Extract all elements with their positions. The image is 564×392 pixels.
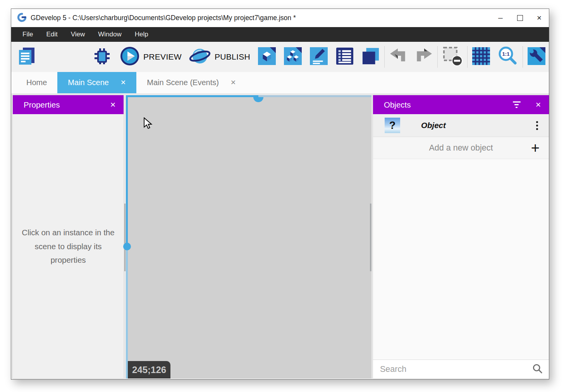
search-input[interactable]: [379, 364, 532, 375]
tab-main-scene-events[interactable]: Main Scene (Events) ✕: [136, 72, 246, 93]
minimize-icon: ─: [498, 15, 502, 22]
close-icon: ✕: [536, 14, 542, 22]
redo-arrow-icon: [415, 48, 433, 65]
object-name: Object: [421, 121, 446, 130]
properties-title: Properties: [24, 100, 60, 110]
tab-close-icon[interactable]: ✕: [120, 79, 126, 87]
mouse-cursor-icon: [143, 117, 153, 131]
publish-button[interactable]: PUBLISH: [189, 46, 250, 68]
publish-label: PUBLISH: [215, 52, 250, 62]
events-sheet-button[interactable]: [336, 47, 354, 67]
pencil-icon: [310, 47, 328, 67]
project-manager-button[interactable]: [17, 47, 36, 67]
search-icon[interactable]: [532, 363, 543, 375]
panel-divider-left-faded[interactable]: [126, 246, 128, 378]
kebab-menu-icon[interactable]: [535, 120, 540, 132]
edit-events-button[interactable]: [310, 47, 328, 67]
redo-button[interactable]: [415, 48, 433, 65]
toolbar-separator: [384, 46, 385, 68]
preview-label: PREVIEW: [143, 52, 182, 62]
scene-properties-button[interactable]: [528, 47, 545, 67]
add-object-label: Add a new object: [429, 143, 493, 153]
menubar: File Edit View Window Help: [11, 27, 549, 42]
zoom-1-1-icon: 1:1: [498, 46, 518, 68]
menu-item-edit[interactable]: Edit: [40, 27, 64, 42]
tab-main-scene[interactable]: Main Scene ✕: [57, 72, 136, 93]
resize-handle-left[interactable]: [123, 243, 131, 250]
toolbar-separator: [467, 46, 468, 68]
grid-button[interactable]: [472, 47, 490, 67]
properties-header: Properties ✕: [13, 95, 124, 114]
debug-button[interactable]: [93, 47, 111, 67]
minimize-button[interactable]: ─: [491, 9, 510, 27]
menu-item-help[interactable]: Help: [128, 27, 155, 42]
preview-button[interactable]: PREVIEW: [120, 46, 182, 68]
tab-close-icon[interactable]: ✕: [230, 79, 236, 87]
gdevelop-logo-icon: [17, 12, 27, 24]
objects-close-icon[interactable]: ✕: [535, 101, 541, 109]
edit-scene-button[interactable]: [258, 47, 276, 67]
objects-header-actions: ✕: [513, 101, 541, 109]
properties-close-icon[interactable]: ✕: [110, 101, 116, 109]
object-list-item[interactable]: ? Object: [373, 114, 549, 137]
tab-label: Main Scene (Events): [147, 78, 219, 87]
objects-header: Objects ✕: [373, 95, 549, 114]
plus-icon[interactable]: +: [531, 140, 540, 155]
vertical-scrollbar-right[interactable]: [370, 204, 371, 271]
tab-label: Main Scene: [68, 78, 109, 87]
add-object-row[interactable]: Add a new object +: [373, 137, 549, 159]
publish-globe-icon: [189, 46, 211, 68]
toolbar: PREVIEW PUBLISH: [11, 42, 549, 72]
scene-canvas[interactable]: 245;126: [126, 95, 371, 378]
grid-icon: [472, 47, 490, 67]
filter-icon[interactable]: [513, 101, 521, 108]
play-icon: [120, 46, 140, 68]
layers-icon: [362, 47, 380, 67]
tab-label: Home: [26, 78, 47, 87]
wrench-icon: [528, 47, 545, 67]
titlebar: GDevelop 5 - C:\Users\charburg\Documents…: [11, 9, 549, 27]
scene-cube-icon: [258, 47, 276, 67]
vertical-scrollbar-left[interactable]: [124, 204, 126, 271]
edit-objects-button[interactable]: [284, 47, 302, 67]
object-placeholder-icon: ?: [385, 118, 400, 133]
window-controls: ─ ✕: [491, 9, 549, 27]
maximize-button[interactable]: [510, 9, 530, 27]
tabbar: Home Main Scene ✕ Main Scene (Events) ✕: [11, 72, 549, 93]
menu-item-file[interactable]: File: [16, 27, 40, 42]
clear-selection-button[interactable]: [442, 46, 463, 68]
objects-list-empty-area: [373, 159, 549, 359]
layers-button[interactable]: [362, 47, 380, 67]
objects-search-bar: [373, 359, 549, 378]
objects-title: Objects: [384, 100, 411, 110]
panel-divider-top-faded[interactable]: [258, 95, 371, 97]
cursor-position-badge: 245;126: [128, 361, 170, 378]
objects-panel: Objects ✕ ? Object Add a new object: [373, 95, 549, 378]
resize-handle-top[interactable]: [253, 97, 263, 102]
panel-divider-top[interactable]: [126, 95, 258, 97]
tab-home[interactable]: Home: [16, 72, 57, 93]
menu-item-window[interactable]: Window: [91, 27, 128, 42]
zoom-original-button[interactable]: 1:1: [498, 46, 518, 68]
maximize-icon: [517, 15, 523, 21]
panel-divider-left[interactable]: [126, 95, 128, 246]
properties-panel: Properties ✕ Click on an instance in the…: [13, 95, 124, 378]
editor-content: Properties ✕ Click on an instance in the…: [11, 93, 549, 379]
properties-body: Click on an instance in the scene to dis…: [13, 114, 124, 378]
undo-arrow-icon: [389, 48, 407, 65]
properties-empty-message: Click on an instance in the scene to dis…: [19, 226, 117, 267]
undo-button[interactable]: [389, 48, 407, 65]
project-manager-icon: [17, 47, 36, 67]
close-button[interactable]: ✕: [530, 9, 549, 27]
list-sheet-icon: [336, 47, 354, 67]
screenshot: GDevelop 5 - C:\Users\charburg\Documents…: [0, 0, 564, 392]
gdevelop-window: GDevelop 5 - C:\Users\charburg\Documents…: [11, 9, 549, 380]
toolbar-separator: [523, 46, 523, 68]
window-title: GDevelop 5 - C:\Users\charburg\Documents…: [31, 14, 296, 22]
zoom-ratio-label: 1:1: [502, 51, 510, 57]
toolbar-separator: [437, 46, 438, 68]
objects-cubes-icon: [284, 47, 302, 67]
debug-bug-icon: [93, 47, 111, 67]
menu-item-view[interactable]: View: [64, 27, 92, 42]
selection-remove-icon: [442, 46, 463, 68]
